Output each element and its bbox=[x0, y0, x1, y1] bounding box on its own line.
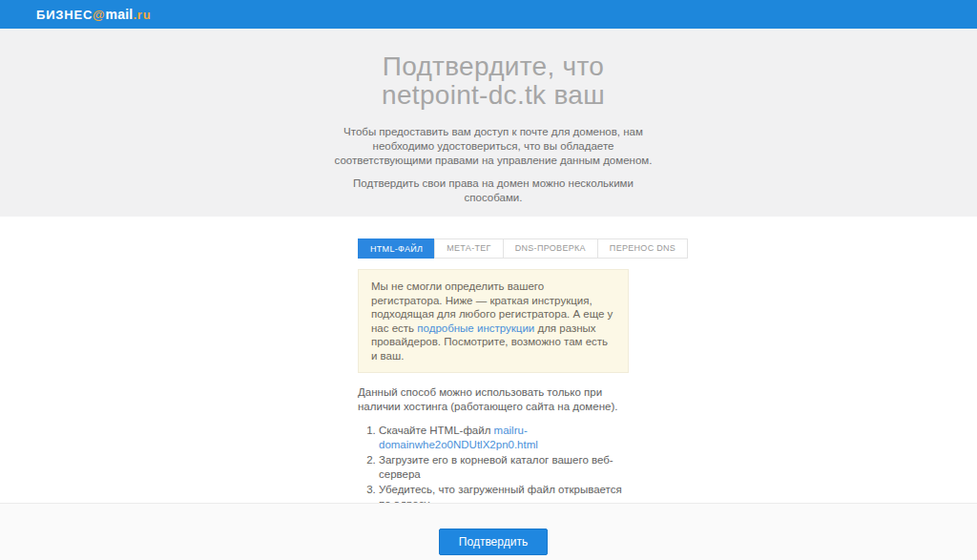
step-download-file: Скачайте HTML-файл mailru-domainwhe2o0ND… bbox=[379, 424, 629, 451]
detailed-instructions-link[interactable]: подробные инструкции bbox=[417, 322, 534, 334]
footer-bar: Подтвердить bbox=[0, 503, 977, 560]
step-upload-file: Загрузите его в корневой каталог вашего … bbox=[379, 453, 629, 481]
tab-dns-check[interactable]: DNS-ПРОВЕРКА bbox=[503, 239, 598, 259]
step1-text: Скачайте HTML-файл bbox=[379, 425, 494, 436]
tab-dns-transfer[interactable]: ПЕРЕНОС DNS bbox=[597, 239, 688, 259]
logo-mail-text: mail bbox=[106, 7, 134, 22]
hero-section: Подтвердите, чтоnetpoint-dc.tk ваш Чтобы… bbox=[0, 29, 977, 217]
hero-inner: Подтвердите, чтоnetpoint-dc.tk ваш Чтобы… bbox=[5, 52, 977, 205]
tab-html-file[interactable]: HTML-ФАЙЛ bbox=[358, 239, 435, 259]
method-intro-text: Данный способ можно использовать только … bbox=[358, 385, 629, 414]
page-title: Подтвердите, чтоnetpoint-dc.tk ваш bbox=[5, 52, 977, 110]
hero-paragraph-1: Чтобы предоставить вам доступ к почте дл… bbox=[331, 125, 655, 168]
tab-meta-tag[interactable]: МЕТА-ТЕГ bbox=[434, 239, 503, 259]
page-title-line1: Подтвердите, что bbox=[383, 52, 604, 81]
confirm-button[interactable]: Подтвердить bbox=[439, 529, 548, 555]
hero-paragraph-2: Подтвердить свои права на домен можно не… bbox=[331, 176, 655, 205]
verification-method-tabs: HTML-ФАЙЛ МЕТА-ТЕГ DNS-ПРОВЕРКА ПЕРЕНОС … bbox=[358, 239, 629, 259]
domain-verification-page: БИЗНЕС@mail.ru Подтвердите, чтоnetpoint-… bbox=[0, 0, 977, 560]
logo-at-icon: @ bbox=[93, 8, 105, 22]
registrar-notice: Мы не смогли определить вашего регистрат… bbox=[358, 269, 629, 373]
logo-business-text: БИЗНЕС bbox=[36, 8, 93, 22]
page-title-line2: netpoint-dc.tk ваш bbox=[382, 80, 605, 110]
top-bar: БИЗНЕС@mail.ru bbox=[0, 0, 977, 29]
logo-ru-text: .ru bbox=[133, 8, 151, 22]
biznes-mailru-logo[interactable]: БИЗНЕС@mail.ru bbox=[36, 7, 151, 22]
